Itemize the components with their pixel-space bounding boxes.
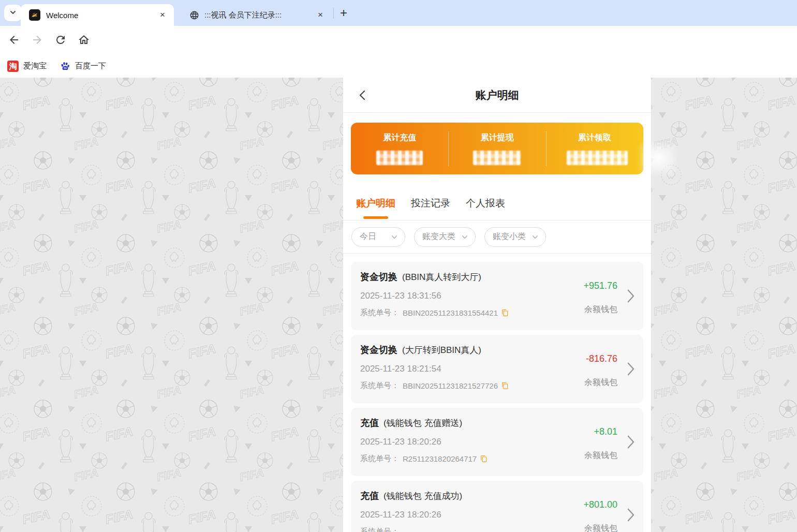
transaction-type: 资金切换 <box>360 345 397 355</box>
chevron-down-icon <box>461 233 468 241</box>
censored-value <box>376 151 423 165</box>
bookmarks-bar: 淘 爱淘宝 du 百度一下 <box>0 54 797 78</box>
chevron-down-icon <box>532 233 539 241</box>
chevron-right-icon[interactable] <box>627 362 635 378</box>
tab-welcome[interactable]: Welcome × <box>21 4 174 26</box>
new-tab-button[interactable]: + <box>336 6 351 20</box>
filter-date-select[interactable]: 今日 <box>351 227 405 247</box>
tab-divider <box>333 8 334 19</box>
home-button[interactable] <box>78 34 90 46</box>
taobao-icon: 淘 <box>7 61 19 72</box>
browser-tab-strip: Welcome × :::视讯 会员下注纪录::: × + <box>0 0 797 26</box>
bookmark-baidu[interactable]: du 百度一下 <box>60 61 106 71</box>
wallet-label: 余额钱包 <box>584 377 617 388</box>
chevron-down-icon <box>391 233 398 241</box>
order-number: BBIN202511231821527726 <box>403 381 498 390</box>
censor-blur-patch <box>640 143 675 174</box>
transaction-note: (BBIN真人转到大厅) <box>402 272 481 282</box>
censored-value <box>473 151 521 165</box>
transaction-amount: -816.76 <box>586 353 617 364</box>
tab-bet-records[interactable]: 投注记录 <box>411 197 450 220</box>
chevron-down-icon <box>10 8 16 18</box>
globe-icon <box>189 10 199 20</box>
bookmark-label: 百度一下 <box>75 61 106 71</box>
wallet-label: 余额钱包 <box>584 304 617 315</box>
transaction-amount: +951.76 <box>583 280 617 291</box>
transaction-row[interactable]: 充值(钱能钱包 充值成功) 2025-11-23 18:20:26 系统单号： … <box>351 481 643 532</box>
tab-search-button[interactable] <box>4 5 22 21</box>
transaction-time: 2025-11-23 18:20:26 <box>360 510 634 520</box>
order-number: R2511231820264717 <box>403 454 477 463</box>
reload-button[interactable] <box>54 34 67 46</box>
stat-total-claimed: 累计领取 <box>546 123 643 174</box>
filter-minor-category-select[interactable]: 账变小类 <box>484 227 546 247</box>
totals-card: 累计充值 累计提现 累计领取 <box>351 123 643 174</box>
tab-title: Welcome <box>46 11 157 20</box>
transaction-time: 2025-11-23 18:21:54 <box>360 364 634 374</box>
copy-icon[interactable] <box>501 309 509 317</box>
chevron-right-icon[interactable] <box>627 508 635 524</box>
page-title: 账户明细 <box>343 78 651 113</box>
panel-header: 账户明细 <box>343 78 651 113</box>
chevron-right-icon[interactable] <box>627 435 635 451</box>
wallet-label: 余额钱包 <box>584 450 617 461</box>
order-number: BBIN202511231831554421 <box>403 308 498 317</box>
copy-icon[interactable] <box>480 455 488 463</box>
transaction-row[interactable]: 资金切换(大厅转到BBIN真人) 2025-11-23 18:21:54 系统单… <box>351 335 643 403</box>
filter-major-category-select[interactable]: 账变大类 <box>414 227 476 247</box>
transaction-type: 充值 <box>360 418 379 428</box>
transaction-row[interactable]: 资金切换(BBIN真人转到大厅) 2025-11-23 18:31:56 系统单… <box>351 262 643 330</box>
tab-personal-report[interactable]: 个人报表 <box>466 197 505 220</box>
order-prefix: 系统单号： <box>360 527 399 532</box>
transaction-amount: +801.00 <box>583 499 617 510</box>
copy-icon[interactable] <box>501 382 509 390</box>
close-icon[interactable]: × <box>157 10 168 20</box>
browser-toolbar: 175616.cc/reports/index <box>0 26 797 54</box>
censored-value <box>567 151 628 165</box>
chevron-right-icon[interactable] <box>627 289 635 305</box>
order-prefix: 系统单号： <box>360 381 399 391</box>
bookmark-label: 爱淘宝 <box>23 61 47 71</box>
order-prefix: 系统单号： <box>360 454 399 464</box>
transaction-note: (钱能钱包 充值成功) <box>383 491 462 501</box>
close-icon[interactable]: × <box>315 10 326 20</box>
stat-total-withdrawal: 累计提现 <box>448 123 545 174</box>
transaction-amount: +8.01 <box>594 426 617 437</box>
tab-account-detail[interactable]: 账户明细 <box>356 197 395 220</box>
back-chevron-icon[interactable] <box>357 89 369 101</box>
transaction-time: 2025-11-23 18:31:56 <box>360 291 634 301</box>
transaction-list: 资金切换(BBIN真人转到大厅) 2025-11-23 18:31:56 系统单… <box>351 262 643 532</box>
transaction-time: 2025-11-23 18:20:26 <box>360 437 634 447</box>
nav-tabs-row: 账户明细 投注记录 个人报表 <box>343 189 651 220</box>
baidu-paw-icon: du <box>60 61 70 71</box>
transaction-type: 资金切换 <box>360 272 397 282</box>
account-detail-panel: 账户明细 累计充值 累计提现 累计领取 账户明细 投注记录 个人报表 今日 <box>343 78 651 532</box>
tab-title: :::视讯 会员下注纪录::: <box>204 10 315 20</box>
transaction-note: (钱能钱包 充值赠送) <box>383 418 462 428</box>
site-favicon-icon <box>29 9 40 21</box>
filters-row: 今日 账变大类 账变小类 <box>343 220 651 254</box>
forward-button[interactable] <box>31 34 43 46</box>
transaction-row[interactable]: 充值(钱能钱包 充值赠送) 2025-11-23 18:20:26 系统单号： … <box>351 408 643 476</box>
wallet-label: 余额钱包 <box>584 523 617 532</box>
back-button[interactable] <box>8 34 20 46</box>
stat-total-deposit: 累计充值 <box>351 123 448 174</box>
transaction-type: 充值 <box>360 491 379 501</box>
transaction-note: (大厅转到BBIN真人) <box>402 345 481 355</box>
bookmark-aitaobao[interactable]: 淘 爱淘宝 <box>7 61 47 72</box>
svg-text:du: du <box>64 66 67 69</box>
tab-betting-records[interactable]: :::视讯 会员下注纪录::: × <box>181 4 329 26</box>
order-prefix: 系统单号： <box>360 308 399 318</box>
